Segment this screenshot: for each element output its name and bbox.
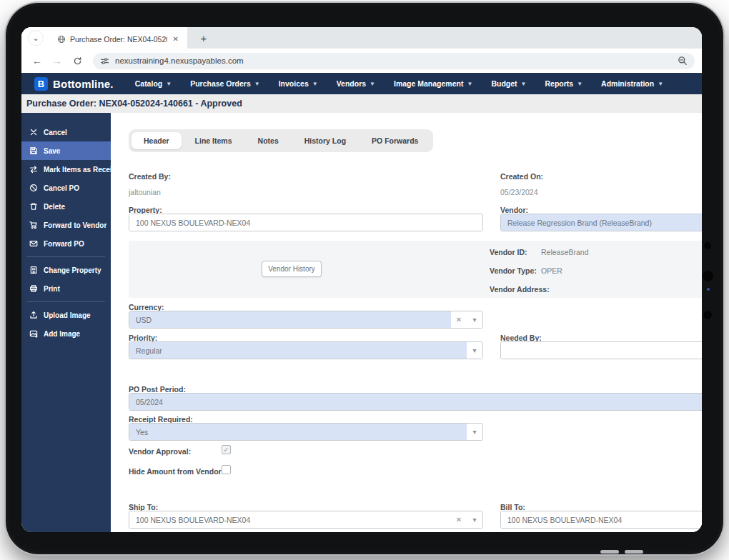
- currency-select[interactable]: USD ✕ ▾: [129, 311, 483, 329]
- menu-image-management[interactable]: Image Management▼: [394, 79, 472, 88]
- dropdown-caret-icon[interactable]: ▾: [467, 342, 482, 359]
- tab-close-icon[interactable]: ✕: [172, 35, 180, 43]
- forward-icon[interactable]: →: [49, 52, 66, 69]
- camera-icon: [703, 241, 712, 250]
- printer-icon: [29, 284, 38, 294]
- dropdown-caret-icon[interactable]: ▾: [467, 311, 482, 328]
- vendor-history-button[interactable]: Vendor History: [262, 261, 322, 277]
- browser-tabstrip: ⌄ Purchase Order: NEX04-052024 ✕ +: [21, 27, 702, 49]
- property-input[interactable]: [129, 214, 483, 231]
- chevron-down-icon: ▼: [166, 81, 172, 87]
- cart-icon: [29, 221, 38, 230]
- browser-tab[interactable]: Purchase Order: NEX04-052024 ✕: [51, 29, 186, 49]
- sidebar-item-change-property[interactable]: Change Property: [21, 261, 111, 279]
- clear-icon[interactable]: ✕: [451, 311, 467, 328]
- sidebar-divider: [27, 301, 105, 302]
- receipt-required-select[interactable]: Yes ▾: [129, 423, 483, 441]
- sidebar-item-cancel-po[interactable]: Cancel PO: [21, 179, 111, 197]
- created-by-label: Created By:: [129, 172, 171, 181]
- sidebar-divider: [27, 256, 105, 257]
- chevron-down-icon: ▼: [467, 81, 472, 87]
- camera-icon: [703, 310, 713, 320]
- sidebar-item-cancel[interactable]: Cancel: [21, 123, 111, 141]
- trash-icon: [29, 202, 38, 211]
- menu-administration[interactable]: Administration▼: [601, 79, 663, 88]
- tab-history-log[interactable]: History Log: [292, 132, 358, 149]
- sidebar-item-mark-items-received[interactable]: Mark Items as Received: [21, 160, 111, 179]
- clear-icon[interactable]: ✕: [451, 511, 467, 528]
- brand-name: Bottomline.: [53, 78, 114, 90]
- sidebar-item-print[interactable]: Print: [21, 279, 111, 298]
- swap-arrows-icon: [29, 165, 38, 174]
- device-button: [625, 550, 643, 554]
- back-icon[interactable]: ←: [29, 52, 46, 69]
- x-icon: [29, 128, 38, 137]
- priority-select[interactable]: Regular ▾: [129, 341, 483, 359]
- chevron-down-icon: ▼: [254, 81, 260, 87]
- upload-icon: [29, 311, 38, 320]
- sidebar-item-save[interactable]: Save: [21, 141, 111, 160]
- vendor-address-row: Vendor Address:: [490, 285, 550, 294]
- new-tab-button[interactable]: +: [196, 30, 212, 46]
- browser-tab-title: Purchase Order: NEX04-052024: [70, 35, 167, 44]
- vendor-type-value: OPER: [541, 266, 562, 275]
- add-image-icon: [29, 329, 38, 339]
- created-on-value: 05/23/2024: [500, 188, 538, 196]
- sidebar-item-delete[interactable]: Delete: [21, 197, 111, 216]
- zoom-out-icon[interactable]: [678, 56, 688, 66]
- vendor-id-value: ReleaseBrand: [541, 248, 589, 256]
- menu-purchase-orders[interactable]: Purchase Orders▼: [190, 79, 260, 88]
- sensor-icon: [707, 288, 710, 291]
- chevron-down-icon: ▼: [577, 81, 582, 87]
- action-sidebar: Cancel Save Mark Items as Received Cance…: [21, 113, 111, 532]
- bill-to-select[interactable]: 100 NEXUS BOULEVARD-NEX04: [500, 511, 702, 529]
- menu-vendors[interactable]: Vendors▼: [337, 79, 375, 88]
- form-tabbar: Header Line Items Notes History Log PO F…: [129, 129, 433, 152]
- menu-catalog[interactable]: Catalog▼: [135, 79, 172, 88]
- tab-search-chevron-icon[interactable]: ⌄: [29, 31, 43, 45]
- tab-po-forwards[interactable]: PO Forwards: [359, 132, 430, 149]
- chevron-down-icon: ▼: [658, 81, 663, 87]
- vendor-id-row: Vendor ID: ReleaseBrand: [490, 248, 589, 256]
- site-settings-icon: [100, 56, 109, 66]
- building-icon: [29, 266, 38, 275]
- created-on-label: Created On:: [500, 172, 543, 181]
- bottomline-logo-icon: B: [34, 77, 48, 91]
- app-nav-bar: B Bottomline. Catalog▼ Purchase Orders▼ …: [21, 73, 702, 94]
- browser-window: ⌄ Purchase Order: NEX04-052024 ✕ + ← →: [21, 27, 702, 532]
- chevron-down-icon: ▼: [521, 81, 527, 87]
- dropdown-caret-icon[interactable]: ▾: [467, 424, 482, 440]
- camera-icon: [702, 270, 714, 282]
- globe-icon: [57, 35, 66, 44]
- url-text: nexustraining4.nexuspayables.com: [115, 56, 672, 65]
- tab-header[interactable]: Header: [132, 132, 182, 149]
- sidebar-item-forward-po[interactable]: Forward PO: [21, 234, 111, 253]
- device-button: [600, 550, 619, 554]
- po-header-form: Header Line Items Notes History Log PO F…: [111, 113, 702, 532]
- ship-to-select[interactable]: 100 NEXUS BOULEVARD-NEX04 ✕ ▾: [129, 511, 483, 529]
- address-bar[interactable]: nexustraining4.nexuspayables.com: [93, 53, 695, 69]
- app-menus: Catalog▼ Purchase Orders▼ Invoices▼ Vend…: [135, 79, 663, 88]
- sidebar-item-forward-to-vendor[interactable]: Forward to Vendor: [21, 216, 111, 234]
- sidebar-item-add-image[interactable]: Add Image: [21, 324, 111, 343]
- save-icon: [29, 146, 38, 156]
- page-title-bar: Purchase Order: NEX04-052024-140661 - Ap…: [21, 94, 702, 113]
- envelope-icon: [29, 239, 38, 249]
- browser-toolbar: ← → nexustraining4.nexuspayables.com: [21, 49, 702, 73]
- vendor-approval-checkbox[interactable]: [222, 445, 231, 454]
- menu-budget[interactable]: Budget▼: [491, 79, 526, 88]
- tab-line-items[interactable]: Line Items: [183, 132, 244, 149]
- hide-amount-checkbox[interactable]: [222, 465, 231, 474]
- chevron-down-icon: ▼: [370, 81, 375, 87]
- no-entry-icon: [29, 184, 38, 193]
- po-post-period-input[interactable]: [129, 393, 702, 411]
- dropdown-caret-icon[interactable]: ▾: [467, 511, 482, 528]
- menu-invoices[interactable]: Invoices▼: [279, 79, 318, 88]
- sidebar-item-upload-image[interactable]: Upload Image: [21, 306, 111, 324]
- menu-reports[interactable]: Reports▼: [545, 79, 582, 88]
- tablet-frame: ⌄ Purchase Order: NEX04-052024 ✕ + ← →: [6, 3, 723, 554]
- vendor-input[interactable]: [500, 214, 702, 231]
- reload-icon[interactable]: [69, 52, 86, 69]
- needed-by-input[interactable]: [500, 341, 702, 359]
- tab-notes[interactable]: Notes: [246, 132, 291, 149]
